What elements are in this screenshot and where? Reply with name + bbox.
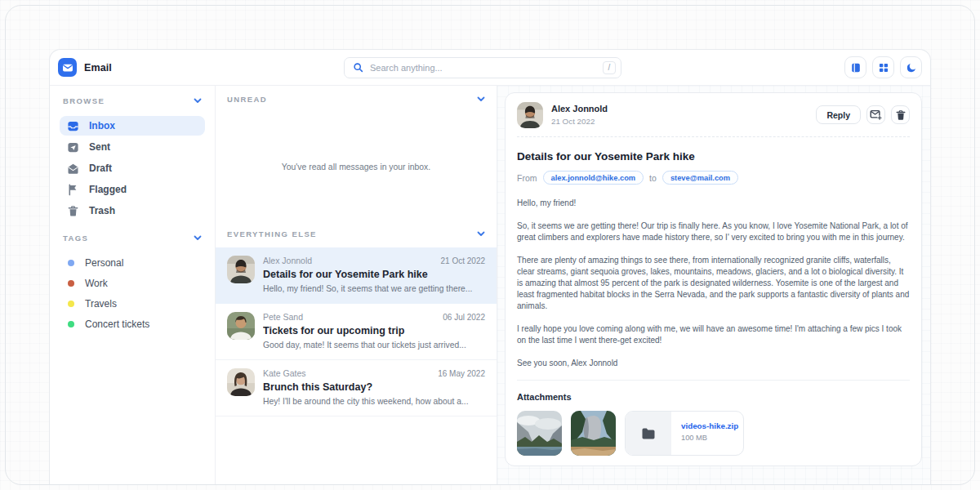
sidebar-item-label: Sent	[89, 141, 110, 153]
unread-empty-message: You've read all messages in your inbox.	[216, 104, 497, 229]
email-detail-card: Alex Jonnold 21 Oct 2022 Reply Details f…	[505, 92, 922, 466]
detail-header: Alex Jonnold 21 Oct 2022 Reply	[517, 93, 910, 137]
attachments-row: videos-hike.zip 100 MB	[517, 411, 910, 456]
sidebar-item-draft[interactable]: Draft	[60, 158, 205, 178]
file-name: videos-hike.zip	[681, 421, 738, 430]
sidebar-item-label: Trash	[89, 205, 115, 216]
file-info: videos-hike.zip 100 MB	[671, 412, 738, 455]
email-body: Hello, my friend! So, it seems we are ge…	[517, 198, 910, 369]
email-list-item[interactable]: Pete Sand 06 Jul 2022 Tickets for our up…	[216, 304, 497, 360]
detail-date: 21 Oct 2022	[551, 118, 608, 126]
tag-label: Personal	[85, 257, 123, 269]
sidebar-item-flagged[interactable]: Flagged	[60, 180, 205, 199]
search-shortcut-key: /	[603, 61, 616, 74]
tag-label: Travels	[85, 298, 117, 310]
avatar	[227, 312, 255, 340]
chevron-down-icon	[477, 96, 485, 102]
email-date: 21 Oct 2022	[441, 256, 485, 265]
browse-label: BROWSE	[63, 96, 105, 105]
from-label: From	[517, 173, 537, 183]
chevron-down-icon	[194, 235, 202, 241]
body-paragraph: There are plenty of amazing things to se…	[517, 255, 910, 312]
book-button[interactable]	[844, 56, 866, 78]
email-list: Alex Jonnold 21 Oct 2022 Details for our…	[216, 247, 497, 416]
tag-label: Work	[85, 278, 108, 289]
delete-button[interactable]	[891, 105, 910, 124]
email-sender: Pete Sand	[263, 312, 303, 322]
envelope-plus-icon	[870, 109, 882, 121]
apps-grid-icon	[878, 62, 889, 74]
sidebar-item-inbox[interactable]: Inbox	[60, 116, 205, 136]
topbar: Email Search anything... /	[50, 50, 930, 86]
sidebar-item-label: Draft	[89, 163, 112, 174]
app-title: Email	[84, 62, 112, 74]
sidebar-item-label: Inbox	[89, 120, 115, 131]
email-logo-icon	[58, 58, 77, 77]
attachment-photo-1[interactable]	[517, 411, 562, 456]
mail-list-panel: UNREAD You've read all messages in your …	[215, 86, 497, 484]
reply-button[interactable]: Reply	[816, 105, 861, 124]
tag-item-personal[interactable]: Personal	[60, 253, 205, 272]
email-subject: Details for our Yosemite Park hike	[263, 269, 485, 280]
folder-icon	[641, 427, 656, 440]
email-detail-panel: Alex Jonnold 21 Oct 2022 Reply Details f…	[497, 86, 930, 484]
tags-nav: Personal Work Travels Concert tickets	[60, 253, 205, 333]
dark-mode-button[interactable]	[900, 56, 922, 78]
tags-section-header[interactable]: TAGS	[60, 231, 205, 245]
email-preview: Good day, mate! It seems that our ticket…	[263, 341, 485, 350]
to-email-chip[interactable]: steve@mail.com	[662, 171, 738, 185]
email-subject: Tickets for our upcoming trip	[263, 325, 485, 336]
forward-button[interactable]	[866, 105, 885, 124]
tags-label: TAGS	[63, 234, 88, 243]
attachments-label: Attachments	[517, 392, 910, 402]
email-date: 06 Jul 2022	[443, 313, 485, 322]
tag-item-work[interactable]: Work	[60, 274, 205, 292]
email-list-item[interactable]: Alex Jonnold 21 Oct 2022 Details for our…	[216, 247, 497, 304]
app-window: Email Search anything... / BROWSE	[49, 49, 931, 484]
flag-icon	[67, 184, 79, 196]
email-sender: Alex Jonnold	[263, 256, 312, 265]
email-preview: Hello, my friend! So, it seems that we a…	[263, 284, 485, 293]
email-date: 16 May 2022	[438, 369, 485, 378]
search-icon	[353, 62, 363, 73]
sidebar-item-label: Flagged	[89, 184, 127, 195]
chevron-down-icon	[194, 98, 202, 104]
detail-sender-block: Alex Jonnold 21 Oct 2022	[551, 105, 608, 126]
sidebar-item-sent[interactable]: Sent	[60, 137, 205, 157]
detail-sender-name: Alex Jonnold	[551, 105, 608, 114]
email-list-item[interactable]: Kate Gates 16 May 2022 Brunch this Satur…	[216, 360, 497, 416]
unread-section-header[interactable]: UNREAD	[216, 86, 497, 104]
to-label: to	[649, 173, 657, 183]
tag-item-concert-tickets[interactable]: Concert tickets	[60, 314, 205, 333]
unread-label: UNREAD	[227, 95, 267, 104]
sidebar: BROWSE Inbox Sent Draft Flagge	[50, 86, 215, 484]
tag-label: Concert tickets	[85, 318, 149, 330]
email-preview: Hey! I'll be around the city this weeken…	[263, 397, 485, 406]
everything-else-section-header[interactable]: EVERYTHING ELSE	[216, 229, 497, 238]
body-paragraph: Hello, my friend!	[517, 198, 910, 209]
body-paragraph: So, it seems we are getting there! Our t…	[517, 220, 910, 243]
attachment-file-card[interactable]: videos-hike.zip 100 MB	[625, 411, 744, 456]
email-subject: Brunch this Saturday?	[263, 381, 485, 393]
browse-section-header[interactable]: BROWSE	[60, 94, 205, 108]
topbar-actions	[844, 56, 922, 78]
browse-nav: Inbox Sent Draft Flagged Trash	[60, 116, 205, 220]
tag-dot	[68, 321, 74, 327]
search-input[interactable]: Search anything... /	[344, 57, 621, 78]
moon-icon	[906, 62, 917, 74]
tag-dot	[68, 301, 74, 307]
apps-grid-button[interactable]	[872, 56, 894, 78]
avatar	[227, 256, 255, 283]
attachment-photo-2[interactable]	[571, 411, 616, 456]
sidebar-item-trash[interactable]: Trash	[60, 201, 205, 220]
draft-icon	[67, 163, 79, 175]
everything-else-label: EVERYTHING ELSE	[227, 229, 317, 238]
search-placeholder: Search anything...	[370, 63, 596, 73]
from-to-row: From alex.jonnold@hike.com to steve@mail…	[517, 171, 910, 185]
chevron-down-icon	[477, 231, 485, 237]
tag-item-travels[interactable]: Travels	[60, 294, 205, 313]
content: BROWSE Inbox Sent Draft Flagge	[50, 86, 930, 484]
detail-subject: Details for our Yosemite Park hike	[517, 150, 910, 163]
email-summary: Kate Gates 16 May 2022 Brunch this Satur…	[263, 368, 485, 416]
from-email-chip[interactable]: alex.jonnold@hike.com	[543, 171, 644, 185]
